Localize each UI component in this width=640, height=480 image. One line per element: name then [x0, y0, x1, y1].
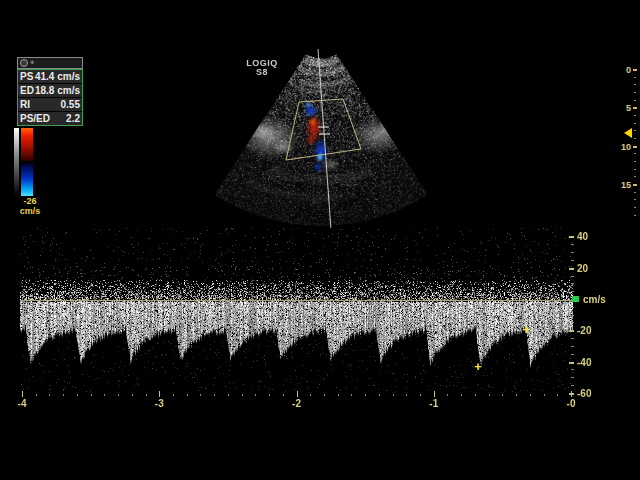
- velocity-axis-label: -60: [577, 389, 591, 399]
- machine-model: S8: [240, 68, 284, 77]
- time-tick: [324, 394, 325, 396]
- time-axis-label: -3: [150, 399, 168, 409]
- baseline-position-marker[interactable]: [572, 296, 579, 302]
- depth-tick: [634, 100, 636, 101]
- measurement-label: RI: [20, 99, 30, 110]
- time-tick: [338, 394, 339, 396]
- depth-tick: [634, 176, 636, 177]
- measurement-value: 2.2: [66, 113, 80, 124]
- depth-scale-label: 5: [617, 104, 631, 113]
- focus-position-icon[interactable]: [624, 128, 632, 138]
- velocity-tick: [569, 236, 574, 238]
- depth-scale-label: 10: [617, 143, 631, 152]
- velocity-tick: [571, 369, 574, 370]
- time-tick: [393, 394, 394, 396]
- depth-tick: [634, 77, 636, 78]
- depth-tick: [634, 130, 636, 131]
- velocity-tick: [571, 338, 574, 339]
- velocity-tick: [571, 315, 574, 316]
- time-tick: [77, 394, 78, 396]
- time-tick: [242, 394, 243, 396]
- time-tick: [434, 391, 435, 397]
- time-axis-label: -0: [562, 399, 580, 409]
- measurement-results-panel: ⌖ PS41.4 cm/sED18.8 cm/sRI0.55PS/ED2.2: [17, 57, 83, 126]
- time-tick: [104, 394, 105, 396]
- velocity-tick: [569, 330, 574, 332]
- time-tick: [200, 394, 201, 396]
- time-tick: [351, 394, 352, 396]
- velocity-tick: [571, 346, 574, 347]
- depth-scale-label: 0: [617, 66, 631, 75]
- time-tick: [420, 394, 421, 396]
- time-tick: [516, 394, 517, 396]
- depth-tick: [634, 207, 636, 208]
- depth-scale-label: 15: [617, 181, 631, 190]
- time-tick: [571, 391, 572, 397]
- measurement-row: PS/ED2.2: [18, 112, 82, 125]
- measurement-value: 41.4 cm/s: [35, 71, 80, 82]
- depth-tick: [634, 215, 636, 216]
- depth-tick: [634, 84, 636, 85]
- measurement-label: ED: [20, 85, 34, 96]
- measurement-value: 0.55: [61, 99, 80, 110]
- velocity-tick: [571, 354, 574, 355]
- velocity-tick: [571, 244, 574, 245]
- time-tick: [132, 394, 133, 396]
- measure-tool-icon: ⌖: [30, 59, 35, 67]
- time-tick: [187, 394, 188, 396]
- velocity-axis-label: 20: [577, 264, 588, 274]
- ed-caliper-icon[interactable]: +: [520, 324, 532, 336]
- velocity-tick: [571, 291, 574, 292]
- time-tick: [255, 394, 256, 396]
- depth-tick: [633, 184, 637, 186]
- velocity-baseline-label: cm/s: [583, 295, 606, 305]
- time-tick: [530, 394, 531, 396]
- color-scale-min: -26: [10, 196, 50, 206]
- velocity-tick: [571, 260, 574, 261]
- time-tick: [475, 394, 476, 396]
- time-tick: [173, 394, 174, 396]
- time-tick: [159, 391, 160, 397]
- measurement-row: RI0.55: [18, 98, 82, 112]
- time-tick: [228, 394, 229, 396]
- velocity-tick: [571, 385, 574, 386]
- depth-tick: [634, 92, 636, 93]
- depth-tick: [634, 153, 636, 154]
- time-tick: [406, 394, 407, 396]
- bmode-sector-image[interactable]: [200, 45, 445, 235]
- time-tick: [544, 394, 545, 396]
- ps-caliper-icon[interactable]: +: [472, 361, 484, 373]
- velocity-axis-label: -20: [577, 326, 591, 336]
- depth-tick: [634, 192, 636, 193]
- time-tick: [489, 394, 490, 396]
- spectral-doppler-display[interactable]: [20, 228, 573, 392]
- time-axis-label: -4: [13, 399, 31, 409]
- time-tick: [447, 394, 448, 396]
- velocity-axis-label: 40: [577, 232, 588, 242]
- color-scale-label: -26 cm/s: [10, 196, 50, 216]
- measurement-row: PS41.4 cm/s: [18, 70, 82, 84]
- time-tick: [502, 394, 503, 396]
- measurement-label: PS: [20, 71, 33, 82]
- depth-tick: [634, 161, 636, 162]
- time-tick: [461, 394, 462, 396]
- results-panel-header[interactable]: ⌖: [17, 57, 83, 69]
- time-tick: [146, 394, 147, 396]
- color-doppler-scale-bar: [21, 128, 33, 196]
- velocity-tick: [571, 276, 574, 277]
- machine-model-label: LOGIQ S8: [240, 59, 284, 77]
- measurement-value: 18.8 cm/s: [35, 85, 80, 96]
- velocity-axis-label: -40: [577, 358, 591, 368]
- velocity-tick: [571, 283, 574, 284]
- measurement-list: PS41.4 cm/sED18.8 cm/sRI0.55PS/ED2.2: [17, 69, 83, 126]
- time-axis-label: -2: [288, 399, 306, 409]
- time-tick: [297, 391, 298, 397]
- depth-tick: [633, 107, 637, 109]
- velocity-tick: [569, 362, 574, 364]
- time-tick: [91, 394, 92, 396]
- velocity-tick: [569, 268, 574, 270]
- grayscale-bar: [14, 128, 19, 196]
- time-tick: [63, 394, 64, 396]
- trackball-dot-icon: [20, 59, 28, 67]
- depth-tick: [634, 115, 636, 116]
